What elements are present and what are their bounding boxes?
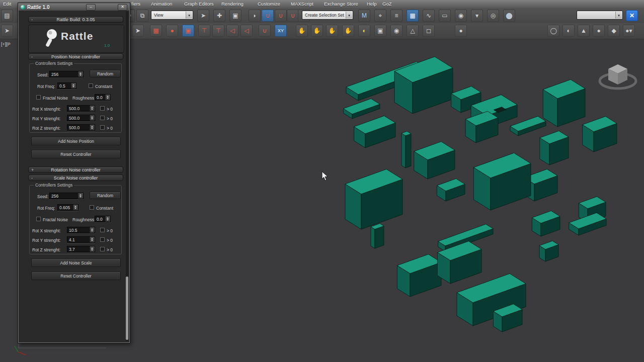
collapse-icon[interactable]: - — [31, 17, 33, 23]
gt0-y-checkbox[interactable] — [100, 116, 105, 120]
select-cursor-icon[interactable]: ➤ — [132, 25, 144, 37]
fractal-noise-checkbox[interactable] — [36, 95, 41, 100]
scale-seed-field[interactable]: 256 — [49, 193, 84, 199]
spinner-arrows[interactable] — [90, 237, 95, 242]
rot-x-strength-field[interactable]: 500.0 — [67, 105, 95, 112]
snap-midpoint-icon[interactable]: ⊤ — [212, 25, 224, 37]
mirror-icon[interactable]: M — [358, 10, 370, 22]
curve-editor-icon[interactable]: ∿ — [423, 10, 435, 22]
close-button[interactable]: ✕ — [118, 4, 127, 11]
snap-endpoint-icon[interactable]: ◁ — [240, 25, 253, 37]
chevron-down-icon[interactable]: ▾ — [346, 12, 352, 19]
spinner-arrows[interactable] — [90, 227, 95, 233]
scale-gt0-z-checkbox[interactable] — [100, 247, 105, 251]
rendered-frame-icon[interactable]: ◎ — [487, 10, 499, 22]
scale-rot-x-field[interactable]: 10.5 — [67, 227, 95, 233]
snap-face-icon[interactable]: ⊤ — [198, 25, 210, 37]
material-editor-icon[interactable]: ◉ — [455, 10, 467, 22]
hidden-left2-icon[interactable]: ➤ — [1, 25, 13, 37]
spinner-arrows[interactable] — [90, 246, 95, 252]
sphere-tool-icon[interactable]: ● — [455, 25, 467, 37]
wire-mode-icon[interactable]: △ — [407, 25, 419, 37]
scale-constant-checkbox[interactable] — [90, 205, 94, 210]
named-selection-set-dropdown[interactable]: Create Selection Set ▾ — [302, 11, 353, 20]
spinner-arrows[interactable] — [90, 125, 95, 130]
soft-select-hand3-icon[interactable]: ✋ — [326, 25, 338, 37]
minimize-button[interactable]: – — [86, 4, 96, 11]
scale-rot-y-field[interactable]: 4.1 — [67, 236, 95, 243]
rollout-position-noise[interactable]: - Position Noise controller — [28, 53, 123, 60]
menu-item-customize[interactable]: Customize — [258, 1, 280, 7]
scale-rot-freq-field[interactable]: 0.605 — [57, 204, 78, 211]
constant-checkbox[interactable] — [89, 83, 93, 88]
rollout-build[interactable]: - Rattle Build: 0.3.05 — [28, 16, 123, 23]
spinner-arrows[interactable] — [105, 216, 110, 222]
scale-random-button[interactable]: Random — [90, 192, 121, 199]
soft-select-hand1-icon[interactable]: ✋ — [296, 25, 308, 37]
menu-item-graph-editors[interactable]: Graph Editors — [184, 1, 214, 7]
scale-gt0-y-checkbox[interactable] — [100, 237, 105, 242]
snap-magnet-icon[interactable]: ∪ — [259, 25, 271, 37]
light-toggle-icon[interactable]: ◐ — [358, 25, 370, 37]
shaded-mode-icon[interactable]: ◉ — [390, 25, 403, 37]
spinner-arrows[interactable] — [71, 83, 76, 88]
rattle-dialog[interactable]: Rattle 1.0 – ✕ - Rattle Build: 0.3.05 Ra… — [18, 3, 130, 343]
rollout-scale-noise[interactable]: - Scale Noise controller — [28, 174, 123, 181]
menu-item-goz[interactable]: GoZ — [382, 1, 391, 7]
menu-item-exchange-store[interactable]: Exchange Store — [324, 1, 358, 7]
rot-freq-field[interactable]: 0.5 — [57, 82, 76, 89]
spinner-arrows[interactable] — [78, 193, 83, 199]
select-region-icon[interactable]: ▣ — [229, 10, 242, 22]
viewport-label-fragment[interactable]: [+][P — [1, 42, 11, 47]
axis-constraint-xy-icon[interactable]: XY — [275, 25, 287, 37]
menu-item-edit[interactable]: Edit — [3, 1, 11, 7]
gt0-x-checkbox[interactable] — [100, 106, 105, 111]
hidden-left-icon[interactable]: ▤ — [1, 10, 13, 22]
render-production-icon[interactable]: ⬤ — [503, 10, 515, 22]
scale-roughness-field[interactable]: 0.0 — [95, 216, 111, 222]
align-icon[interactable]: ⌖ — [374, 10, 386, 22]
snap-edge-icon[interactable]: ▣ — [182, 25, 194, 37]
ghost-mode-icon[interactable]: ◻ — [423, 25, 435, 37]
render-setup-icon[interactable]: ▾ — [471, 10, 483, 22]
gt0-z-checkbox[interactable] — [100, 125, 105, 130]
schematic-view-icon[interactable]: ▭ — [439, 10, 451, 22]
soft-select-hand2-icon[interactable]: ✋ — [311, 25, 323, 37]
reference-coordsys-dropdown[interactable]: View ▾ — [151, 11, 193, 20]
soft-select-hand4-icon[interactable]: ✋ — [342, 25, 354, 37]
snap-pivot-icon[interactable]: ◁ — [226, 25, 238, 37]
menu-item-animation[interactable]: Animation — [151, 1, 172, 7]
expand-icon[interactable]: + — [31, 167, 34, 173]
menu-item-fiers[interactable]: fiers — [131, 1, 140, 7]
select-move-icon[interactable]: ✚ — [213, 10, 225, 22]
spinner-arrows[interactable] — [73, 205, 78, 210]
rot-z-strength-field[interactable]: 500.0 — [67, 124, 95, 131]
workspace-dropdown[interactable]: ▾ — [577, 11, 623, 20]
random-button[interactable]: Random — [90, 70, 121, 77]
seed-field[interactable]: 256 — [49, 71, 84, 77]
roughness-field[interactable]: 0.0 — [95, 94, 111, 101]
spinner-arrows[interactable] — [90, 115, 95, 121]
scale-rot-z-field[interactable]: 3.7 — [67, 246, 95, 252]
box-mode-icon[interactable]: ▣ — [374, 25, 386, 37]
chevron-down-icon[interactable]: ▾ — [186, 12, 192, 19]
collapse-icon[interactable]: - — [31, 175, 33, 181]
scale-fractal-checkbox[interactable] — [36, 217, 41, 221]
layer-manager-icon[interactable]: ≡ — [390, 10, 403, 22]
rot-y-strength-field[interactable]: 500.0 — [67, 115, 95, 121]
diamond-tool-icon[interactable]: ◆ — [608, 25, 620, 37]
select-object-icon[interactable]: ➤ — [197, 10, 209, 22]
dialog-scrollbar[interactable] — [126, 11, 128, 341]
add-noise-position-button[interactable]: Add Noise Position — [31, 137, 121, 145]
cone-tool-icon[interactable]: ▲ — [578, 25, 590, 37]
rattle-dialog-titlebar[interactable]: Rattle 1.0 — [19, 4, 129, 11]
menu-item-maxscript[interactable]: MAXScript — [291, 1, 313, 7]
reset-controller-button-scale[interactable]: Reset Controller — [31, 272, 121, 280]
graphite-ribbon-icon[interactable]: ▦ — [407, 10, 419, 22]
snap-grid-icon[interactable]: ▦ — [150, 25, 162, 37]
toolbar-close-button[interactable]: ✕ — [626, 10, 638, 21]
menu-item-rendering[interactable]: Rendering — [221, 1, 244, 7]
sphere-dropdown-icon[interactable]: ●▾ — [623, 25, 635, 37]
snap-toggle-icon[interactable]: ∪ — [262, 10, 274, 22]
chevron-down-icon[interactable]: ▾ — [615, 12, 622, 19]
